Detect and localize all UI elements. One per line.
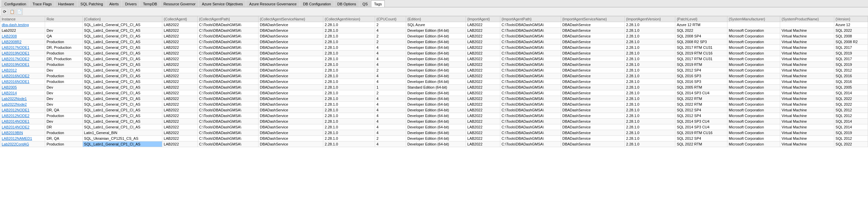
nav-tab-drivers[interactable]: Drivers xyxy=(122,0,140,7)
table-row[interactable]: LAB2005DevSQL_Latin1_General_CP1_CI_ASLA… xyxy=(0,85,868,90)
nav-tab-db-configuration[interactable]: DB Configuration xyxy=(300,0,334,7)
col-header-importAgent[interactable]: {ImportAgent} xyxy=(466,17,500,22)
nav-tab-trace-flags[interactable]: Trace Flags xyxy=(29,0,55,7)
cell-instance[interactable]: LAB2014 xyxy=(0,90,45,96)
col-header-version[interactable]: {Version} xyxy=(834,17,868,22)
cell-role: Dev xyxy=(45,28,83,33)
cell-instance[interactable]: Lab2022ContAG xyxy=(0,141,45,147)
cell-collectAgentVersion: 2.28.1.0 xyxy=(323,102,375,107)
cell-instance[interactable]: Lab2022 xyxy=(0,28,45,33)
col-header-collectAgentPath[interactable]: {CollectAgentPath} xyxy=(197,17,258,22)
nav-tab-hardware[interactable]: Hardware xyxy=(55,0,77,7)
table-row[interactable]: LAB2012NODE2ProductionSQL_Latin1_General… xyxy=(0,113,868,119)
col-header-collectAgent[interactable]: {CollectAgent} xyxy=(162,17,198,22)
nav-tab-tempdb[interactable]: TempDB xyxy=(140,0,160,7)
cell-instance[interactable]: Lab2022Node2 xyxy=(0,102,45,107)
cell-importAgent: LAB2022 xyxy=(466,113,500,119)
cell-systemManufacturer xyxy=(727,22,780,28)
cell-instance[interactable]: LAB2014NODE2 xyxy=(0,124,45,130)
table-row[interactable]: LAB2017NODE1DR, ProductionSQL_Latin1_Gen… xyxy=(0,45,868,51)
table-row[interactable]: Lab2022Node2DevSQL_Latin1_General_CP1_CI… xyxy=(0,102,868,107)
refresh-button[interactable]: ⟳ xyxy=(1,8,8,15)
cell-cpuCount: 2 xyxy=(375,22,406,28)
table-row[interactable]: Lab2022DevSQL_Latin1_General_CP1_CI_ASLA… xyxy=(0,28,868,33)
table-row[interactable]: LAB2008R2ProductionSQL_Latin1_General_CP… xyxy=(0,39,868,45)
cell-collectAgentPath: C:\Tools\DBADashGMSA\ xyxy=(197,113,258,119)
cell-systemProductName: Virtual Machine xyxy=(780,107,834,113)
cell-patchLevel: SQL 2014 SP3 CU4 xyxy=(675,119,727,124)
table-row[interactable]: Lab2022Node1DevSQL_Latin1_General_CP1_CI… xyxy=(0,96,868,102)
nav-tab-qs[interactable]: QS xyxy=(359,0,371,7)
cell-collectAgentPath: C:\Tools\DBADashGMSA\ xyxy=(197,68,258,73)
nav-tab-sql-patching[interactable]: SQL Patching xyxy=(78,0,106,7)
cell-patchLevel: SQL 2012 SP4 xyxy=(675,107,727,113)
cell-importAgentServiceName: DBADashService xyxy=(561,102,624,107)
col-header-cpuCount[interactable]: {CPUCount} xyxy=(375,17,406,22)
cell-instance[interactable]: LAB2019NODE1 xyxy=(0,51,45,56)
nav-tab-alerts[interactable]: Alerts xyxy=(106,0,122,7)
cell-instance[interactable]: LAB2017NODE1 xyxy=(0,45,45,51)
nav-tab-db-options[interactable]: DB Options xyxy=(334,0,359,7)
table-row[interactable]: LAB2019BINProductionLatin1_General_BINLA… xyxy=(0,130,868,136)
cell-instance[interactable]: LAB2019NODE1 xyxy=(0,62,45,68)
col-header-importAgentVersion[interactable]: {ImportAgentVersion} xyxy=(624,17,675,22)
table-row[interactable]: LAB2019NODE1ProductionSQL_Latin1_General… xyxy=(0,62,868,68)
col-header-importAgentServiceName[interactable]: {ImportAgentServiceName} xyxy=(561,17,624,22)
table-row[interactable]: LAB2016NODE2ProductionSQL_Latin1_General… xyxy=(0,73,868,79)
col-header-role[interactable]: Role xyxy=(45,17,83,22)
col-header-importAgentPath[interactable]: {ImportAgentPath} xyxy=(500,17,561,22)
table-row[interactable]: LAB2017NODE2DR, ProductionSQL_Latin1_Gen… xyxy=(0,56,868,62)
cell-instance[interactable]: LAB2016NODE1 xyxy=(0,79,45,85)
cell-version: SQL 2014 xyxy=(834,124,868,130)
cell-instance[interactable]: LAB2008 xyxy=(0,33,45,39)
nav-tab-configuration[interactable]: Configuration xyxy=(1,0,29,7)
cell-collectAgentVersion: 2.28.1.0 xyxy=(323,51,375,56)
table-row[interactable]: LAB2012DevSQL_Latin1_General_CP1_CI_ASLA… xyxy=(0,68,868,73)
table-row[interactable]: LAB2014DevSQL_Latin1_General_CP1_CI_ASLA… xyxy=(0,90,868,96)
table-body: dba-dash.testingSQL_Latin1_General_CP1_C… xyxy=(0,22,868,147)
cell-instance[interactable]: LAB2017NODE2 xyxy=(0,56,45,62)
cell-collation: SQL_Latin1_General_CP1_CI_AS xyxy=(83,96,162,102)
cell-importAgent: LAB2022 xyxy=(466,51,500,56)
cell-importAgentServiceName: DBADashService xyxy=(561,119,624,124)
col-header-systemProductName[interactable]: {SystemProductName} xyxy=(780,17,834,22)
table-row[interactable]: LAB2008QASQL_Latin1_General_CP1_CI_ASLAB… xyxy=(0,33,868,39)
cell-instance[interactable]: LAB2005 xyxy=(0,85,45,90)
cell-instance[interactable]: Lab2022Node1 xyxy=(0,96,45,102)
col-header-collation[interactable]: {Collation} xyxy=(83,17,162,22)
table-row[interactable]: LAB2014NODE2DRSQL_Latin1_General_CP1_CI_… xyxy=(0,124,868,130)
cell-systemManufacturer: Microsoft Corporation xyxy=(727,96,780,102)
cell-instance[interactable]: dba-dash.testing xyxy=(0,22,45,28)
cell-instance[interactable]: LAB2012NAMED1 xyxy=(0,136,45,141)
cell-instance[interactable]: LAB2019BIN xyxy=(0,130,45,136)
nav-tab-azure-resource-governance[interactable]: Azure Resource Governance xyxy=(246,0,300,7)
col-header-patchLevel[interactable]: {PatchLevel} xyxy=(675,17,727,22)
cell-version: SQL 2017 xyxy=(834,45,868,51)
col-header-collectAgentVersion[interactable]: {CollectAgentVersion} xyxy=(323,17,375,22)
cell-instance[interactable]: LAB2012 xyxy=(0,68,45,73)
col-header-edition[interactable]: {Edition} xyxy=(406,17,466,22)
cell-collation: SQL_Latin1_General_CP1_CI_AS xyxy=(83,22,162,28)
table-row[interactable]: LAB2012NODE1DR, QASQL_Latin1_General_CP1… xyxy=(0,107,868,113)
col-header-collectAgentServiceName[interactable]: {CollectAgentServiceName} xyxy=(258,17,323,22)
cell-instance[interactable]: LAB2016NODE2 xyxy=(0,73,45,79)
col-header-instance[interactable]: Instance xyxy=(0,17,45,22)
nav-tab-azure-service-objectives[interactable]: Azure Service Objectives xyxy=(199,0,246,7)
cell-edition: Developer Edition (64-bit) xyxy=(406,130,466,136)
table-row[interactable]: Lab2022ContAGProductionSQL_Latin1_Genera… xyxy=(0,141,868,147)
cell-instance[interactable]: LAB2014NODE1 xyxy=(0,119,45,124)
nav-tab-tags[interactable]: Tags xyxy=(371,0,385,7)
cell-systemProductName: Virtual Machine xyxy=(780,73,834,79)
table-row[interactable]: dba-dash.testingSQL_Latin1_General_CP1_C… xyxy=(0,22,868,28)
cell-instance[interactable]: LAB2012NODE1 xyxy=(0,107,45,113)
copy-button[interactable]: 📋 xyxy=(9,8,16,15)
table-row[interactable]: LAB2019NODE1ProductionSQL_Latin1_General… xyxy=(0,51,868,56)
table-row[interactable]: LAB2016NODE1ProductionSQL_Latin1_General… xyxy=(0,79,868,85)
table-row[interactable]: LAB2012NAMED1DR, QASQL_Ukrainian_CP1251_… xyxy=(0,136,868,141)
cell-instance[interactable]: LAB2012NODE2 xyxy=(0,113,45,119)
cell-instance[interactable]: LAB2008R2 xyxy=(0,39,45,45)
table-row[interactable]: LAB2014NODE1DevSQL_Latin1_General_CP1_CI… xyxy=(0,119,868,124)
nav-tab-resource-governor[interactable]: Resource Governor xyxy=(160,0,198,7)
col-header-systemManufacturer[interactable]: {SystemManufacturer} xyxy=(727,17,780,22)
export-button[interactable]: 📄 xyxy=(16,8,23,15)
